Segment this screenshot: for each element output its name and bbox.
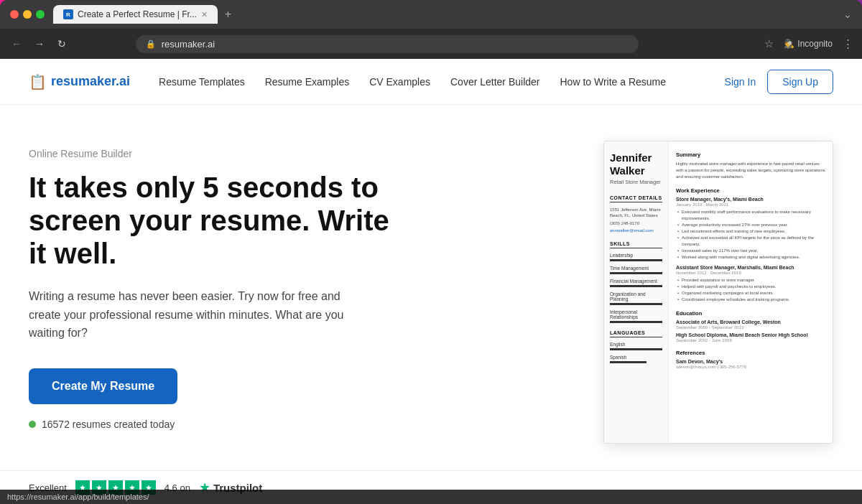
resume-email: annwalker@email.com <box>610 228 662 233</box>
skill-2: Financial Management <box>610 279 662 284</box>
skill-bar-3 <box>610 303 662 305</box>
count-text: 16572 resumes created today <box>42 419 175 430</box>
resume-preview: JenniferWalker Retail Store Manager Cont… <box>603 141 833 444</box>
hero-subtitle: Online Resume Builder <box>29 148 575 159</box>
incognito-label: Incognito <box>797 39 833 49</box>
active-tab[interactable]: R Create a Perfect Resume | Fr... ✕ <box>53 5 218 24</box>
nav-cover-letter[interactable]: Cover Letter Builder <box>450 76 540 88</box>
nav-cv-examples[interactable]: CV Examples <box>369 76 430 88</box>
job-0-bullet-5: Worked along with marketing and digital … <box>676 254 825 261</box>
job-1-bullet-1: Helped with payroll and paychecks to emp… <box>676 284 825 290</box>
job-1-bullet-0: Provided assistance to store manager. <box>676 277 825 284</box>
ref-0-contact: sdevon@macys.com | 305-256-5776 <box>676 365 825 369</box>
status-url: https://resumaker.ai/app/build/templates… <box>7 493 149 501</box>
edu-0-dates: September 2000 - September 2013 <box>676 325 825 330</box>
logo-text: resumaker.ai <box>51 74 130 89</box>
edu-1-dates: September 2002 - June 2008 <box>676 338 825 342</box>
language-1: Spanish <box>610 355 662 360</box>
window-control-icon[interactable]: ⌄ <box>843 9 852 20</box>
new-tab-button[interactable]: + <box>218 8 238 21</box>
website-content: 📋 resumaker.ai Resume Templates Resume E… <box>0 59 862 504</box>
job-1-dates: November 2012 - December 2018 <box>676 271 825 275</box>
bookmark-icon[interactable]: ☆ <box>764 37 774 50</box>
skill-bar-1 <box>610 272 662 274</box>
hero-description: Writing a resume has never been easier. … <box>29 287 374 342</box>
job-1-bullet-2: Organized marketing campaigns at local e… <box>676 290 825 297</box>
logo[interactable]: 📋 resumaker.ai <box>29 73 130 90</box>
maximize-button[interactable] <box>36 10 45 19</box>
edu-1-degree: High School Diploma, Miami Beach Senior … <box>676 332 825 337</box>
tab-favicon: R <box>63 9 73 19</box>
resume-languages-header: Languages <box>610 330 662 337</box>
minimize-button[interactable] <box>23 10 32 19</box>
lock-icon: 🔒 <box>146 39 156 49</box>
sign-up-button[interactable]: Sign Up <box>767 70 833 94</box>
sign-in-button[interactable]: Sign In <box>725 76 756 88</box>
hero-title: It takes only 5 seconds to screen your r… <box>29 171 402 270</box>
resume-contact-header: Contact Details <box>610 195 662 202</box>
resume-skills-header: Skills <box>610 241 662 248</box>
active-indicator <box>29 421 36 428</box>
language-bar-1 <box>610 361 646 363</box>
resume-summary-text: Highly motivated store manager with expe… <box>676 161 825 180</box>
ref-0-name: Sam Devon, Macy's <box>676 359 825 364</box>
url-bar[interactable]: 🔒 resumaker.ai <box>136 35 639 53</box>
job-0-bullet-3: Achieved and exceeded all KPI targets fo… <box>676 235 825 248</box>
tab-title: Create a Perfect Resume | Fr... <box>78 9 197 19</box>
job-0-dates: January 2019 - March 2021 <box>676 202 825 207</box>
logo-icon: 📋 <box>29 73 47 90</box>
job-0-title: Store Manager, Macy's, Miami Beach <box>676 197 825 202</box>
browser-chrome: R Create a Perfect Resume | Fr... ✕ + ⌄ … <box>0 0 862 59</box>
resume-name: JenniferWalker <box>610 151 662 177</box>
skill-4: Interpersonal Relationships <box>610 309 662 319</box>
nav-how-to-write[interactable]: How to Write a Resume <box>560 76 667 88</box>
back-button[interactable]: ← <box>9 37 24 51</box>
skill-0: Leadership <box>610 253 662 258</box>
close-button[interactable] <box>10 10 19 19</box>
job-0-bullet-4: Increased sales by 117% over last year. <box>676 248 825 254</box>
resume-address: 1551 Jefferson Ave, Miami Beach, FL, Uni… <box>610 207 662 219</box>
job-1-bullet-3: Coordinated employee schedules and train… <box>676 297 825 303</box>
resume-references-header: References <box>676 350 825 356</box>
nav-resume-examples[interactable]: Resume Examples <box>265 76 350 88</box>
status-bar: https://resumaker.ai/app/build/templates… <box>0 490 862 504</box>
address-bar: ← → ↻ 🔒 resumaker.ai ☆ 🕵 Incognito ⋮ <box>0 29 862 59</box>
url-text: resumaker.ai <box>162 39 215 50</box>
hero-section: Online Resume Builder It takes only 5 se… <box>0 105 862 465</box>
resumes-count: 16572 resumes created today <box>29 419 575 430</box>
job-0-bullet-0: Executed monthly staff performance evalu… <box>676 209 825 222</box>
resume-right-column: Summary Highly motivated store manager w… <box>669 141 833 443</box>
hero-content: Online Resume Builder It takes only 5 se… <box>29 141 575 430</box>
job-0-bullet-1: Average productivity increased 27% over … <box>676 222 825 228</box>
skill-bar-2 <box>610 285 662 287</box>
edu-0-degree: Associate of Arts, Broward College, West… <box>676 319 825 325</box>
resume-left-column: JenniferWalker Retail Store Manager Cont… <box>604 141 669 443</box>
refresh-button[interactable]: ↻ <box>55 37 69 51</box>
forward-button[interactable]: → <box>32 37 47 51</box>
title-bar: R Create a Perfect Resume | Fr... ✕ + ⌄ <box>0 0 862 29</box>
nav-resume-templates[interactable]: Resume Templates <box>159 76 245 88</box>
resume-job-title: Retail Store Manager <box>610 179 662 185</box>
nav-links: Resume Templates Resume Examples CV Exam… <box>159 76 725 88</box>
language-0: English <box>610 342 662 347</box>
resume-phone: (305) 248-0170 <box>610 220 662 226</box>
traffic-lights <box>10 10 45 19</box>
address-bar-actions: ☆ 🕵 Incognito ⋮ <box>764 37 853 50</box>
job-0-bullet-2: Led recruitment efforts and training of … <box>676 228 825 235</box>
tab-close-icon[interactable]: ✕ <box>201 10 208 19</box>
nav-actions: Sign In Sign Up <box>725 70 833 94</box>
cta-button[interactable]: Create My Resume <box>29 368 177 404</box>
skill-bar-4 <box>610 321 662 323</box>
language-bar-0 <box>610 348 662 350</box>
resume-summary-header: Summary <box>676 151 825 158</box>
job-1-title: Assistant Store Manager, Marshalls, Miam… <box>676 265 825 270</box>
skill-1: Time Management <box>610 266 662 271</box>
skill-3: Organization and Planning <box>610 291 662 302</box>
resume-work-header: Work Experience <box>676 187 825 194</box>
resume-education-header: Education <box>676 310 825 317</box>
skill-bar-0 <box>610 259 662 261</box>
incognito-button[interactable]: 🕵 Incognito <box>784 39 833 49</box>
tab-bar: R Create a Perfect Resume | Fr... ✕ + <box>53 5 843 24</box>
incognito-icon: 🕵 <box>784 39 794 49</box>
more-menu-icon[interactable]: ⋮ <box>843 37 853 50</box>
